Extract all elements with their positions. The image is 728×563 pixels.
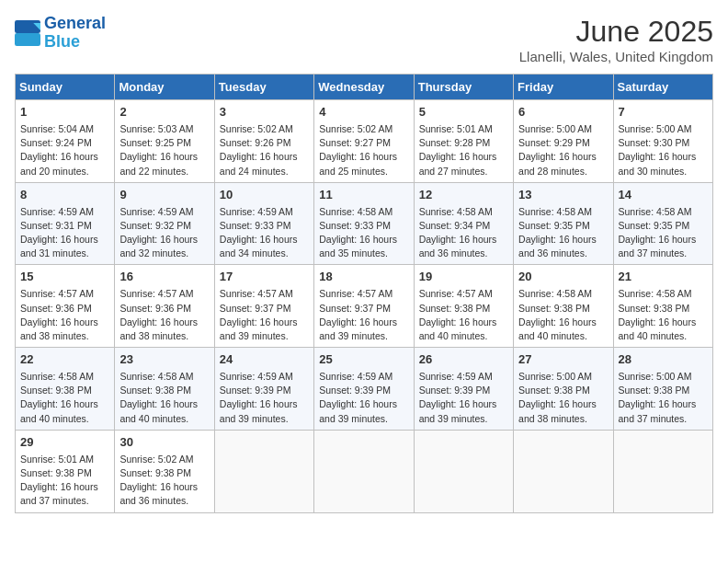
calendar-cell-32 [314,430,414,512]
daylight-minutes: and 39 minutes. [220,330,289,341]
calendar-header-row: Sunday Monday Tuesday Wednesday Thursday… [16,75,713,100]
sunset-label: Sunset: 9:38 PM [119,385,191,396]
daylight-minutes: and 37 minutes. [619,413,688,424]
day-number: 7 [619,104,708,121]
daylight-minutes: and 22 minutes. [119,166,188,177]
daylight-label: Daylight: 16 hours [619,316,697,327]
day-number: 24 [220,351,309,369]
main-title: June 2025 [519,15,713,49]
calendar-cell-9: 9Sunrise: 4:59 AMSunset: 9:32 PMDaylight… [115,182,214,265]
daylight-minutes: and 39 minutes. [419,413,488,424]
day-number: 1 [20,104,109,121]
sunset-label: Sunset: 9:25 PM [119,137,191,148]
sunset-label: Sunset: 9:24 PM [20,137,92,148]
sunrise-label: Sunrise: 4:58 AM [419,206,493,217]
daylight-minutes: and 25 minutes. [319,166,388,177]
daylight-label: Daylight: 16 hours [518,151,597,162]
daylight-minutes: and 36 minutes. [419,247,488,259]
sunset-label: Sunset: 9:39 PM [220,385,291,396]
col-wednesday: Wednesday [314,75,414,100]
daylight-minutes: and 40 minutes. [20,413,89,424]
daylight-label: Daylight: 16 hours [220,398,298,409]
daylight-label: Daylight: 16 hours [220,234,298,245]
day-number: 30 [119,434,209,452]
calendar-cell-11: 11Sunrise: 4:58 AMSunset: 9:33 PMDayligh… [314,182,414,265]
sunset-label: Sunset: 9:38 PM [619,303,690,314]
sunset-label: Sunset: 9:28 PM [419,137,491,148]
daylight-label: Daylight: 16 hours [319,234,397,245]
calendar-cell-22: 22Sunrise: 4:58 AMSunset: 9:38 PMDayligh… [16,348,115,431]
sunset-label: Sunset: 9:33 PM [220,220,291,231]
col-tuesday: Tuesday [214,75,313,100]
daylight-label: Daylight: 16 hours [119,481,198,492]
daylight-minutes: and 38 minutes. [119,330,188,341]
title-area: June 2025 Llanelli, Wales, United Kingdo… [519,15,713,64]
daylight-minutes: and 30 minutes. [619,166,688,177]
calendar-cell-10: 10Sunrise: 4:59 AMSunset: 9:33 PMDayligh… [214,182,313,265]
calendar-cell-14: 14Sunrise: 4:58 AMSunset: 9:35 PMDayligh… [613,182,712,265]
sunrise-label: Sunrise: 5:00 AM [518,123,592,134]
sunrise-label: Sunrise: 4:59 AM [119,206,193,217]
sunrise-label: Sunrise: 5:03 AM [119,123,193,134]
daylight-label: Daylight: 16 hours [619,151,697,162]
col-thursday: Thursday [414,75,513,100]
day-number: 15 [20,269,109,286]
calendar-cell-26: 26Sunrise: 4:59 AMSunset: 9:39 PMDayligh… [414,348,513,431]
sunset-label: Sunset: 9:38 PM [20,467,92,478]
sunrise-label: Sunrise: 4:57 AM [319,288,392,299]
calendar-cell-33 [414,430,513,512]
sunset-label: Sunset: 9:35 PM [518,220,590,231]
daylight-minutes: and 40 minutes. [518,330,587,341]
calendar-cell-8: 8Sunrise: 4:59 AMSunset: 9:31 PMDaylight… [16,182,115,265]
daylight-label: Daylight: 16 hours [119,234,198,245]
calendar-row-3: 15Sunrise: 4:57 AMSunset: 9:36 PMDayligh… [16,265,713,348]
calendar-row-2: 8Sunrise: 4:59 AMSunset: 9:31 PMDaylight… [16,182,713,265]
calendar-cell-31 [214,430,313,512]
daylight-label: Daylight: 16 hours [518,316,597,327]
sunrise-label: Sunrise: 5:01 AM [20,454,94,465]
sunset-label: Sunset: 9:26 PM [220,137,291,148]
day-number: 23 [119,351,209,369]
daylight-minutes: and 40 minutes. [619,330,688,341]
daylight-minutes: and 37 minutes. [619,247,688,259]
calendar-cell-2: 2Sunrise: 5:03 AMSunset: 9:25 PMDaylight… [115,100,214,183]
day-number: 2 [119,104,209,121]
day-number: 6 [518,104,608,121]
daylight-label: Daylight: 16 hours [20,316,98,327]
sunrise-label: Sunrise: 4:59 AM [220,206,293,217]
daylight-label: Daylight: 16 hours [619,398,697,409]
sunset-label: Sunset: 9:38 PM [419,303,491,314]
sunrise-label: Sunrise: 4:58 AM [119,371,193,382]
day-number: 10 [220,187,309,204]
daylight-label: Daylight: 16 hours [20,481,98,492]
calendar-cell-19: 19Sunrise: 4:57 AMSunset: 9:38 PMDayligh… [414,265,513,348]
calendar-cell-29: 29Sunrise: 5:01 AMSunset: 9:38 PMDayligh… [16,430,115,512]
day-number: 18 [319,269,408,286]
sunrise-label: Sunrise: 4:57 AM [20,288,94,299]
calendar-table: Sunday Monday Tuesday Wednesday Thursday… [15,74,713,513]
daylight-minutes: and 40 minutes. [119,413,188,424]
logo-line2: Blue [44,32,80,51]
sunset-label: Sunset: 9:33 PM [319,220,391,231]
daylight-minutes: and 37 minutes. [20,495,89,506]
col-monday: Monday [115,75,214,100]
day-number: 12 [419,187,508,204]
calendar-cell-4: 4Sunrise: 5:02 AMSunset: 9:27 PMDaylight… [314,100,414,183]
sunrise-label: Sunrise: 4:57 AM [220,288,293,299]
sunrise-label: Sunrise: 4:59 AM [319,371,392,382]
daylight-label: Daylight: 16 hours [518,398,597,409]
daylight-minutes: and 20 minutes. [20,166,89,177]
logo-text: General Blue [44,15,106,52]
calendar-cell-25: 25Sunrise: 4:59 AMSunset: 9:39 PMDayligh… [314,348,414,431]
sunrise-label: Sunrise: 4:58 AM [619,206,692,217]
sunset-label: Sunset: 9:37 PM [220,303,291,314]
day-number: 14 [619,187,708,204]
calendar-cell-24: 24Sunrise: 4:59 AMSunset: 9:39 PMDayligh… [214,348,313,431]
calendar-row-5: 29Sunrise: 5:01 AMSunset: 9:38 PMDayligh… [16,430,713,512]
day-number: 28 [619,351,708,369]
daylight-label: Daylight: 16 hours [419,316,497,327]
daylight-minutes: and 38 minutes. [518,413,587,424]
calendar-cell-30: 30Sunrise: 5:02 AMSunset: 9:38 PMDayligh… [115,430,214,512]
sunset-label: Sunset: 9:38 PM [119,467,191,478]
sunrise-label: Sunrise: 4:58 AM [518,206,592,217]
